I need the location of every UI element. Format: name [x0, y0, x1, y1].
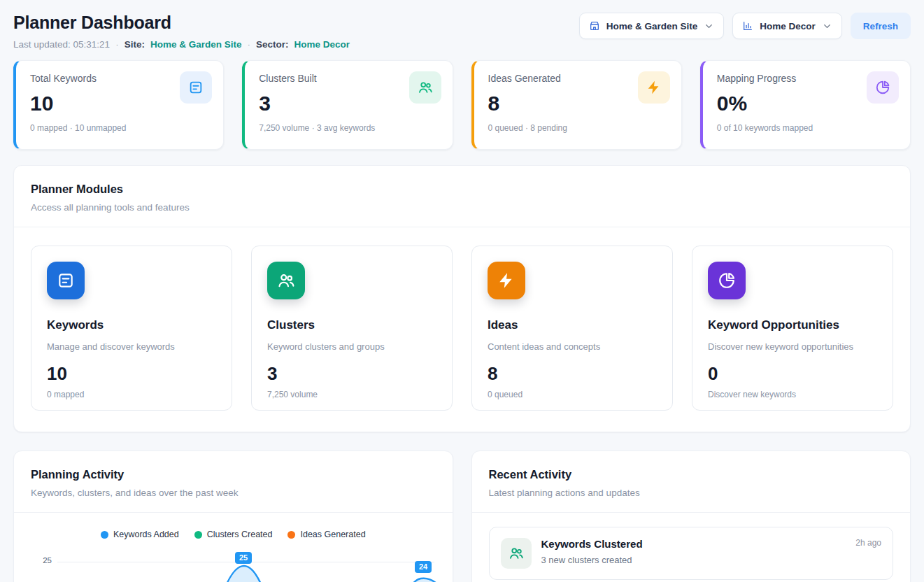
module-detail: 0 queued	[488, 390, 657, 399]
document-icon	[47, 262, 85, 299]
module-value: 0	[708, 363, 877, 385]
header-left: Planner Dashboard Last updated: 05:31:21…	[13, 13, 350, 50]
chevron-down-icon	[822, 21, 832, 31]
module-title: Clusters	[267, 318, 436, 332]
module-description: Keyword clusters and groups	[267, 341, 436, 352]
planning-activity-panel: Planning Activity Keywords, clusters, an…	[13, 450, 453, 582]
stat-card-ideas-generated: Ideas Generated 8 0 queued · 8 pending	[471, 60, 682, 150]
sector-selector-value: Home Decor	[760, 21, 816, 31]
recent-activity-list: Keywords Clustered 3 new clusters create…	[472, 513, 911, 580]
users-icon	[409, 71, 441, 104]
module-value: 10	[47, 363, 216, 385]
legend-item-clusters-created: Clusters Created	[194, 530, 273, 539]
legend-dot	[194, 531, 202, 539]
site-link[interactable]: Home & Garden Site	[150, 39, 242, 50]
module-detail: 0 mapped	[47, 390, 216, 399]
section-title: Planner Modules	[31, 183, 893, 196]
legend-item-keywords-added: Keywords Added	[101, 530, 179, 539]
lightning-icon	[488, 262, 525, 299]
module-card-ideas[interactable]: Ideas Content ideas and concepts 8 0 que…	[471, 246, 673, 411]
pie-chart-icon	[867, 71, 899, 104]
module-detail: Discover new keywords	[708, 390, 877, 399]
activity-timestamp: 2h ago	[855, 538, 881, 548]
module-value: 8	[488, 363, 657, 385]
stat-detail: 0 mapped · 10 unmapped	[30, 123, 209, 133]
module-description: Content ideas and concepts	[488, 341, 657, 352]
module-value: 3	[267, 363, 436, 385]
planning-activity-chart: 25 25 24	[31, 546, 436, 582]
legend-dot	[101, 531, 108, 539]
chevron-down-icon	[704, 21, 714, 31]
site-selector[interactable]: Home & Garden Site	[579, 13, 725, 39]
site-selector-value: Home & Garden Site	[606, 21, 698, 31]
site-label: Site:	[125, 39, 145, 50]
section-subtitle: Access all planning tools and features	[31, 202, 893, 213]
lightning-icon	[638, 71, 670, 104]
section-subtitle: Keywords, clusters, and ideas over the p…	[31, 488, 436, 498]
planner-dashboard-page: Planner Dashboard Last updated: 05:31:21…	[0, 0, 924, 582]
module-card-clusters[interactable]: Clusters Keyword clusters and groups 3 7…	[251, 246, 453, 411]
planner-modules-panel: Planner Modules Access all planning tool…	[13, 165, 911, 432]
bottom-row: Planning Activity Keywords, clusters, an…	[13, 450, 911, 582]
building-icon	[589, 20, 600, 31]
recent-activity-panel: Recent Activity Latest planning actions …	[471, 450, 911, 582]
module-detail: 7,250 volume	[267, 390, 436, 399]
module-title: Ideas	[488, 318, 657, 332]
legend-label: Clusters Created	[207, 530, 273, 539]
planner-modules-header: Planner Modules Access all planning tool…	[14, 166, 910, 213]
stat-card-clusters-built: Clusters Built 3 7,250 volume · 3 avg ke…	[242, 60, 453, 150]
sector-link[interactable]: Home Decor	[294, 39, 350, 50]
activity-text: Keywords Clustered 3 new clusters create…	[541, 538, 643, 565]
last-updated-text: Last updated: 05:31:21	[13, 39, 110, 50]
users-icon	[267, 262, 305, 299]
dot-separator: ·	[115, 39, 119, 50]
header-meta: Last updated: 05:31:21 · Site: Home & Ga…	[13, 39, 350, 50]
users-icon	[501, 538, 532, 569]
y-axis-tick: 25	[35, 556, 52, 565]
module-card-keyword-opportunities[interactable]: Keyword Opportunities Discover new keywo…	[692, 246, 893, 411]
stat-card-total-keywords: Total Keywords 10 0 mapped · 10 unmapped	[13, 60, 224, 150]
module-title: Keyword Opportunities	[708, 318, 877, 332]
activity-item-keywords-clustered[interactable]: Keywords Clustered 3 new clusters create…	[489, 527, 894, 580]
activity-title: Keywords Clustered	[541, 538, 643, 550]
recent-activity-header: Recent Activity Latest planning actions …	[472, 451, 911, 498]
divider	[14, 512, 453, 513]
chart-legend: Keywords Added Clusters Created Ideas Ge…	[14, 530, 453, 539]
legend-label: Ideas Generated	[300, 530, 365, 539]
module-title: Keywords	[47, 318, 216, 332]
stats-row: Total Keywords 10 0 mapped · 10 unmapped…	[13, 60, 911, 150]
legend-label: Keywords Added	[113, 530, 179, 539]
stat-detail: 0 queued · 8 pending	[488, 123, 667, 133]
header-actions: Home & Garden Site Home Decor Refresh	[579, 13, 911, 39]
planning-activity-header: Planning Activity Keywords, clusters, an…	[14, 451, 453, 498]
module-description: Manage and discover keywords	[47, 341, 216, 352]
chart-point-label: 24	[415, 561, 432, 573]
stat-detail: 0 of 10 keywords mapped	[717, 123, 896, 133]
pie-chart-icon	[708, 262, 746, 299]
section-subtitle: Latest planning actions and updates	[489, 488, 894, 498]
stat-detail: 7,250 volume · 3 avg keywords	[259, 123, 438, 133]
section-title: Planning Activity	[31, 468, 436, 481]
modules-grid: Keywords Manage and discover keywords 10…	[14, 227, 910, 432]
activity-description: 3 new clusters created	[541, 555, 643, 565]
sector-label: Sector:	[256, 39, 289, 50]
dot-separator: ·	[247, 39, 250, 50]
module-card-keywords[interactable]: Keywords Manage and discover keywords 10…	[31, 246, 232, 411]
document-icon	[180, 71, 212, 104]
page-header: Planner Dashboard Last updated: 05:31:21…	[13, 13, 911, 50]
legend-dot	[287, 531, 295, 539]
module-description: Discover new keyword opportunities	[708, 341, 877, 352]
section-title: Recent Activity	[489, 468, 894, 481]
legend-item-ideas-generated: Ideas Generated	[287, 530, 365, 539]
bar-chart-icon	[742, 20, 753, 31]
sector-selector[interactable]: Home Decor	[732, 13, 842, 39]
page-title: Planner Dashboard	[13, 13, 350, 33]
stat-card-mapping-progress: Mapping Progress 0% 0 of 10 keywords map…	[700, 60, 911, 150]
refresh-button[interactable]: Refresh	[851, 13, 911, 39]
chart-point-label: 25	[235, 552, 252, 564]
